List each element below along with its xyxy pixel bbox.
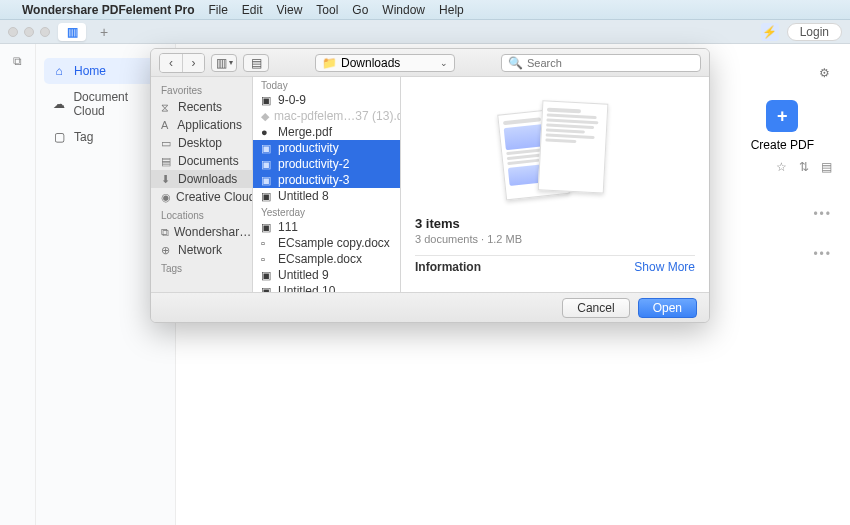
sidebar-creative-cloud[interactable]: ◉Creative Cloud… bbox=[151, 188, 252, 206]
create-pdf-block[interactable]: + Create PDF bbox=[751, 100, 814, 152]
panel-toggle-icon[interactable]: ⧉ bbox=[13, 54, 22, 68]
search-input[interactable] bbox=[527, 57, 694, 69]
file-item[interactable]: ▣productivity-2 bbox=[253, 156, 400, 172]
file-list: Today ▣9-0-9 ◆mac-pdfelem…37 (13).dmg ●M… bbox=[253, 77, 401, 292]
sort-icon[interactable]: ⇅ bbox=[799, 160, 809, 174]
search-box[interactable]: 🔍 bbox=[501, 54, 701, 72]
list-actions: ☆ ⇅ ▤ bbox=[776, 160, 832, 174]
maximize-window-icon[interactable] bbox=[40, 27, 50, 37]
file-item[interactable]: ▣Untitled 10 bbox=[253, 283, 400, 292]
network-icon: ⊕ bbox=[161, 244, 173, 257]
dialog-sidebar: Favorites ⧖Recents AApplications ▭Deskto… bbox=[151, 77, 253, 292]
file-item[interactable]: ▣productivity-3 bbox=[253, 172, 400, 188]
sidebar-item-tag[interactable]: ▢ Tag bbox=[44, 124, 167, 150]
more-icon[interactable]: ••• bbox=[813, 247, 832, 261]
menu-edit[interactable]: Edit bbox=[242, 3, 263, 17]
preview-thumbnails bbox=[415, 85, 695, 210]
folder-icon: 📁 bbox=[322, 56, 337, 70]
home-icon: ⌂ bbox=[52, 64, 66, 78]
menu-help[interactable]: Help bbox=[439, 3, 464, 17]
app-name[interactable]: Wondershare PDFelement Pro bbox=[22, 3, 195, 17]
applications-icon: A bbox=[161, 119, 172, 131]
sidebar-item-label: Document Cloud bbox=[73, 90, 159, 118]
menu-view[interactable]: View bbox=[277, 3, 303, 17]
file-open-dialog: ‹ › ▥▾ ▤ 📁 Downloads ⌄ 🔍 Favorites ⧖Rece… bbox=[150, 48, 710, 323]
file-item[interactable]: ▣111 bbox=[253, 219, 400, 235]
information-label: Information bbox=[415, 260, 481, 274]
more-icon[interactable]: ••• bbox=[813, 207, 832, 221]
file-icon: ▣ bbox=[261, 158, 273, 171]
create-pdf-icon[interactable]: + bbox=[766, 100, 798, 132]
sidebar-network[interactable]: ⊕Network bbox=[151, 241, 252, 259]
preview-pane: 3 items 3 documents · 1.2 MB Information… bbox=[401, 77, 709, 292]
view-mode-button[interactable]: ▥▾ bbox=[211, 54, 237, 72]
search-icon: 🔍 bbox=[508, 56, 523, 70]
new-tab-button[interactable]: + bbox=[94, 24, 114, 40]
cloud-icon: ☁ bbox=[52, 97, 65, 111]
file-icon: ▣ bbox=[261, 174, 273, 187]
group-button[interactable]: ▤ bbox=[243, 54, 269, 72]
locations-header: Locations bbox=[151, 206, 252, 223]
back-button[interactable]: ‹ bbox=[160, 54, 182, 72]
upgrade-icon[interactable]: ⚡ bbox=[761, 23, 779, 41]
preview-subtitle: 3 documents · 1.2 MB bbox=[415, 233, 695, 245]
pin-icon[interactable]: ☆ bbox=[776, 160, 787, 174]
desktop-icon: ▭ bbox=[161, 137, 173, 150]
recents-icon: ⧖ bbox=[161, 101, 173, 114]
cancel-button[interactable]: Cancel bbox=[562, 298, 629, 318]
menu-tool[interactable]: Tool bbox=[316, 3, 338, 17]
settings-gear-icon[interactable]: ⚙ bbox=[819, 66, 830, 80]
file-icon: ▫ bbox=[261, 253, 273, 265]
tags-header: Tags bbox=[151, 259, 252, 276]
menu-go[interactable]: Go bbox=[352, 3, 368, 17]
path-label: Downloads bbox=[341, 56, 400, 70]
open-button[interactable]: Open bbox=[638, 298, 697, 318]
file-item: ◆mac-pdfelem…37 (13).dmg bbox=[253, 108, 400, 124]
documents-icon: ▤ bbox=[161, 155, 173, 168]
file-icon: ▣ bbox=[261, 190, 273, 203]
creative-cloud-icon: ◉ bbox=[161, 191, 171, 204]
file-item[interactable]: ▣productivity bbox=[253, 140, 400, 156]
menu-window[interactable]: Window bbox=[382, 3, 425, 17]
preview-title: 3 items bbox=[415, 216, 695, 231]
sidebar-item-home[interactable]: ⌂ Home bbox=[44, 58, 167, 84]
dialog-footer: Cancel Open bbox=[151, 292, 709, 322]
forward-button[interactable]: › bbox=[182, 54, 204, 72]
file-item[interactable]: ▫ECsample.docx bbox=[253, 251, 400, 267]
login-button[interactable]: Login bbox=[787, 23, 842, 41]
left-rail: ⧉ bbox=[0, 44, 36, 525]
app-tab[interactable]: ▥ bbox=[58, 23, 86, 41]
menu-file[interactable]: File bbox=[209, 3, 228, 17]
file-item[interactable]: ●Merge.pdf bbox=[253, 124, 400, 140]
file-icon: ◆ bbox=[261, 110, 269, 123]
file-item[interactable]: ▣9-0-9 bbox=[253, 92, 400, 108]
file-icon: ▫ bbox=[261, 237, 273, 249]
file-item[interactable]: ▣Untitled 8 bbox=[253, 188, 400, 204]
file-item[interactable]: ▣Untitled 9 bbox=[253, 267, 400, 283]
disk-icon: ⧉ bbox=[161, 226, 169, 239]
sidebar-item-label: Tag bbox=[74, 130, 93, 144]
path-dropdown[interactable]: 📁 Downloads ⌄ bbox=[315, 54, 455, 72]
chevron-down-icon: ⌄ bbox=[440, 58, 448, 68]
file-icon: ▣ bbox=[261, 142, 273, 155]
sidebar-documents[interactable]: ▤Documents bbox=[151, 152, 252, 170]
sidebar-downloads[interactable]: ⬇Downloads bbox=[151, 170, 252, 188]
sidebar-recents[interactable]: ⧖Recents bbox=[151, 98, 252, 116]
file-icon: ▣ bbox=[261, 269, 273, 282]
sidebar-wondershare[interactable]: ⧉Wondershar…⏏ bbox=[151, 223, 252, 241]
mac-menu-bar: Wondershare PDFelement Pro File Edit Vie… bbox=[0, 0, 850, 20]
view-toggle-icon[interactable]: ▤ bbox=[821, 160, 832, 174]
traffic-lights bbox=[8, 27, 50, 37]
create-pdf-label: Create PDF bbox=[751, 138, 814, 152]
sidebar-desktop[interactable]: ▭Desktop bbox=[151, 134, 252, 152]
sidebar-item-document-cloud[interactable]: ☁ Document Cloud bbox=[44, 84, 167, 124]
show-more-link[interactable]: Show More bbox=[634, 260, 695, 274]
sidebar-applications[interactable]: AApplications bbox=[151, 116, 252, 134]
close-window-icon[interactable] bbox=[8, 27, 18, 37]
window-titlebar: ▥ + ⚡ Login bbox=[0, 20, 850, 44]
minimize-window-icon[interactable] bbox=[24, 27, 34, 37]
file-icon: ▣ bbox=[261, 221, 273, 234]
file-item[interactable]: ▫ECsample copy.docx bbox=[253, 235, 400, 251]
downloads-icon: ⬇ bbox=[161, 173, 173, 186]
dialog-toolbar: ‹ › ▥▾ ▤ 📁 Downloads ⌄ 🔍 bbox=[151, 49, 709, 77]
